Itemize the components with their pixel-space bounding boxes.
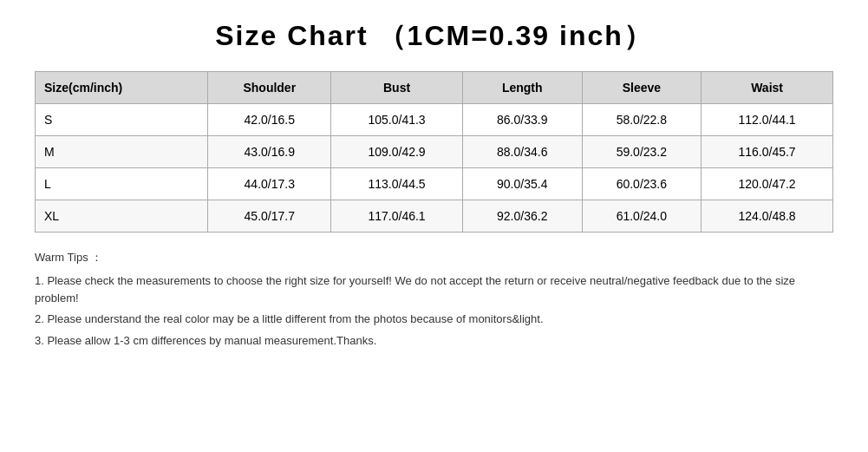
col-header-bust: Bust (331, 72, 463, 104)
table-cell: 60.0/23.6 (582, 168, 702, 200)
table-cell: 92.0/36.2 (462, 200, 582, 233)
table-cell: S (36, 104, 208, 136)
table-row: XL45.0/17.7117.0/46.192.0/36.261.0/24.01… (36, 200, 833, 233)
warm-tips-title: Warm Tips ： (35, 250, 833, 265)
tip-item-1: 1. Please check the measurements to choo… (35, 272, 833, 306)
table-cell: 44.0/17.3 (208, 168, 331, 200)
table-cell: 61.0/24.0 (582, 200, 702, 233)
size-chart-table: Size(cm/inch)ShoulderBustLengthSleeveWai… (35, 71, 833, 233)
table-cell: 112.0/44.1 (702, 104, 833, 136)
table-cell: XL (36, 200, 208, 233)
table-cell: M (36, 136, 208, 168)
warm-tips-section: Warm Tips ： 1. Please check the measurem… (35, 250, 833, 349)
table-cell: 109.0/42.9 (331, 136, 463, 168)
table-cell: 120.0/47.2 (702, 168, 833, 200)
col-header-waist: Waist (702, 72, 833, 104)
table-cell: 45.0/17.7 (208, 200, 331, 233)
table-header-row: Size(cm/inch)ShoulderBustLengthSleeveWai… (36, 72, 833, 104)
table-cell: 116.0/45.7 (702, 136, 833, 168)
col-header-size-cm-inch-: Size(cm/inch) (36, 72, 208, 104)
main-container: Size Chart （1CM=0.39 inch） Size(cm/inch)… (0, 0, 868, 370)
col-header-length: Length (462, 72, 582, 104)
table-cell: 105.0/41.3 (331, 104, 463, 136)
table-cell: 42.0/16.5 (208, 104, 331, 136)
table-cell: 117.0/46.1 (331, 200, 463, 233)
table-cell: 124.0/48.8 (702, 200, 833, 233)
page-title: Size Chart （1CM=0.39 inch） (35, 17, 833, 56)
tip-item-3: 3. Please allow 1-3 cm differences by ma… (35, 332, 833, 350)
table-cell: 113.0/44.5 (331, 168, 463, 200)
col-header-shoulder: Shoulder (208, 72, 331, 104)
col-header-sleeve: Sleeve (582, 72, 702, 104)
table-cell: 43.0/16.9 (208, 136, 331, 168)
table-cell: 58.0/22.8 (582, 104, 702, 136)
table-cell: 90.0/35.4 (462, 168, 582, 200)
table-row: L44.0/17.3113.0/44.590.0/35.460.0/23.612… (36, 168, 833, 200)
table-row: M43.0/16.9109.0/42.988.0/34.659.0/23.211… (36, 136, 833, 168)
table-row: S42.0/16.5105.0/41.386.0/33.958.0/22.811… (36, 104, 833, 136)
table-cell: L (36, 168, 208, 200)
tip-item-2: 2. Please understand the real color may … (35, 311, 833, 328)
table-cell: 86.0/33.9 (462, 104, 582, 136)
table-cell: 59.0/23.2 (582, 136, 702, 168)
table-cell: 88.0/34.6 (462, 136, 582, 168)
